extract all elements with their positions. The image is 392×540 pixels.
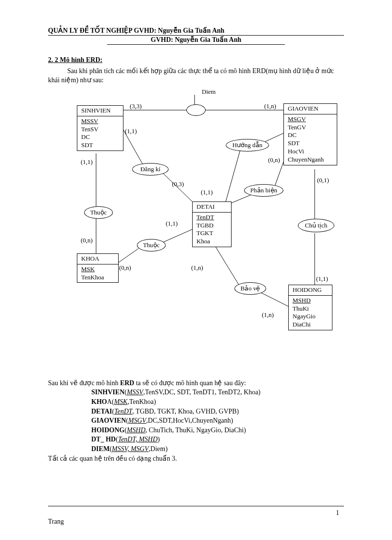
attr-tensv: TenSV bbox=[81, 126, 119, 134]
footer-trang: Trang bbox=[48, 518, 64, 526]
attr-thuki: ThuKi bbox=[293, 305, 328, 313]
footer-rule bbox=[48, 506, 344, 506]
rel-detai: DETAI(TenDT, TGBD, TGKT, Khoa, GVHD, GVP… bbox=[91, 407, 344, 416]
r5-name: HOIDONG bbox=[91, 427, 124, 434]
entity-detai-body: TenDT TGBD TGKT Khoa bbox=[193, 213, 231, 247]
attr-mssv: MSSV bbox=[81, 117, 119, 126]
attr-tendt: TenDT bbox=[196, 213, 227, 222]
attr-sdt: SDT bbox=[81, 141, 119, 150]
svg-line-8 bbox=[118, 249, 138, 263]
entity-giaovien-title: GIAOVIEN bbox=[284, 104, 337, 114]
attr-msgv: MSGV bbox=[288, 115, 333, 124]
r6-rest: ) bbox=[158, 436, 160, 443]
rel-phanbien: Phản biện bbox=[244, 184, 283, 197]
entity-detai: DETAI TenDT TGBD TGKT Khoa bbox=[192, 201, 232, 247]
erd-diagram: Diem SINHVIEN MSSV TenSV DC SDT GIAOVIEN… bbox=[48, 95, 346, 354]
entity-sinhvien-body: MSSV TenSV DC SDT bbox=[77, 116, 123, 151]
card-11-ho: (1,1) bbox=[316, 275, 328, 283]
attr-tgkt: TGKT bbox=[196, 229, 227, 238]
r2-a: A( bbox=[107, 398, 114, 405]
entity-sinhvien-title: SINHVIEN bbox=[77, 106, 123, 116]
rel-chutich: Chủ tịch bbox=[298, 219, 334, 232]
attr-tenkhoa: TenKhoa bbox=[81, 274, 114, 282]
rel-giaovien: GIAOVIEN(MSGV,DC,SDT,HocVi,ChuyenNganh) bbox=[91, 416, 344, 426]
r2-rest: ,TenKhoa) bbox=[127, 398, 156, 405]
erd-word: ERD bbox=[120, 379, 135, 387]
card-0n-khoa2: (0,n) bbox=[119, 264, 131, 272]
rel-diem: DIEM(MSSV, MSGV,Diem) bbox=[91, 444, 344, 454]
entity-khoa: KHOA MSK TenKhoa bbox=[77, 253, 119, 283]
r1-rest: ,TenSV,DC, SDT, TenDT1, TenDT2, Khoa) bbox=[143, 389, 260, 396]
r4-key: MSGV bbox=[128, 417, 146, 424]
r3-key: TenDT bbox=[114, 408, 133, 415]
attr-khoaattr: Khoa bbox=[196, 238, 227, 246]
page-number: 1 bbox=[336, 509, 339, 517]
entity-giaovien-body: MSGV TenGV DC SDT HocVi ChuyenNganh bbox=[284, 114, 337, 165]
attr-ngaygio: NgayGio bbox=[293, 313, 328, 321]
card-0n-gv: (0,n) bbox=[268, 156, 280, 164]
rel-diem bbox=[186, 104, 206, 116]
intro-paragraph: Sau khi phân tích các mối kết hợp giữa c… bbox=[48, 67, 344, 85]
r7-name: DIEM bbox=[91, 445, 110, 452]
entity-hoidong: HOIDONG MSHD ThuKi NgayGio DiaChi bbox=[288, 285, 332, 330]
card-0n-khoa: (0,n) bbox=[81, 237, 93, 244]
rel-thuoc-sv: Thuộc bbox=[84, 206, 113, 219]
r5-rest: , ChuTich, ThuKi, NgayGio, DiaChi) bbox=[146, 427, 246, 434]
attr-chuyennganh: ChuyenNganh bbox=[288, 156, 333, 164]
r6-name: DT_ HD bbox=[91, 436, 116, 443]
r3-rest: , TGBD, TGKT, Khoa, GVHD, GVPB) bbox=[133, 408, 239, 415]
card-11-svthuoc: (1,1) bbox=[81, 158, 93, 166]
attr-dc: DC bbox=[81, 133, 119, 141]
r2-name: KHO bbox=[91, 398, 107, 405]
card-1n-top: (1,n) bbox=[264, 102, 276, 110]
entity-detai-title: DETAI bbox=[193, 202, 231, 213]
card-11-hd: (1,1) bbox=[201, 188, 213, 196]
attr-sdt2: SDT bbox=[288, 139, 333, 148]
attr-msk: MSK bbox=[81, 265, 114, 274]
card-1n-bv: (1,n) bbox=[191, 264, 203, 272]
svg-line-16 bbox=[259, 292, 288, 306]
svg-line-7 bbox=[159, 229, 192, 244]
r3-name: DETAI bbox=[91, 408, 112, 415]
r1-name: SINHVIEN bbox=[91, 389, 124, 396]
attr-tengv: TenGV bbox=[288, 124, 333, 132]
card-33: (3,3) bbox=[130, 102, 142, 110]
entity-giaovien: GIAOVIEN MSGV TenGV DC SDT HocVi ChuyenN… bbox=[283, 103, 337, 165]
rel-huongdan: Hướng dẫn bbox=[226, 139, 269, 151]
rel-dangki: Đăng kí bbox=[132, 163, 169, 176]
entity-hoidong-body: MSHD ThuKi NgayGio DiaChi bbox=[289, 296, 332, 330]
attr-tgbd: TGBD bbox=[196, 222, 227, 230]
attr-hocvi: HocVi bbox=[288, 148, 333, 156]
card-11-sv: (1,1) bbox=[125, 127, 137, 135]
r7-key: MSSV, MSGV bbox=[112, 445, 149, 452]
rel-hoidong: HOIDONG(MSHD, ChuTich, ThuKi, NgayGio, D… bbox=[91, 426, 344, 435]
attr-dc2: DC bbox=[288, 131, 333, 139]
entity-khoa-title: KHOA bbox=[77, 254, 118, 264]
card-01: (0,1) bbox=[317, 176, 329, 184]
rel-sinhvien: SINHVIEN(MSSV,TenSV,DC, SDT, TenDT1, Ten… bbox=[91, 388, 344, 397]
r5-key: MSHD bbox=[127, 427, 146, 434]
svg-line-9 bbox=[226, 150, 240, 201]
rel-baove: Bảo vệ bbox=[234, 282, 266, 295]
card-1n-bv2: (1,n) bbox=[262, 311, 274, 319]
card-11-dt: (1,1) bbox=[166, 220, 178, 227]
attr-diachi: DiaChi bbox=[293, 321, 328, 329]
closing-line: Tất cả các quan hệ trên đều có dạng chuẩ… bbox=[48, 454, 344, 464]
relational-schema: Sau khi vẽ được mô hình ERD ta sẽ có đượ… bbox=[48, 378, 344, 463]
r1-key: MSSV bbox=[127, 389, 143, 396]
entity-sinhvien: SINHVIEN MSSV TenSV DC SDT bbox=[77, 105, 123, 151]
lead-text: Sau khi vẽ được mô hình bbox=[48, 379, 120, 387]
header-subtitle: GVHD: Nguyễn Gia Tuấn Anh bbox=[107, 36, 285, 45]
lead2-text: ta sẽ có được mô hình quan hệ sau đây: bbox=[134, 379, 246, 387]
entity-hoidong-title: HOIDONG bbox=[289, 285, 332, 296]
section-title: 2. 2 Mô hình ERD: bbox=[48, 56, 344, 64]
card-03: (0,3) bbox=[172, 180, 184, 188]
rel-dthd: DT_ HD(TenDT, MSHD) bbox=[91, 435, 344, 444]
rel-khoa: KHOA(MSK,TenKhoa) bbox=[91, 397, 344, 407]
page: QUẢN LY ĐỀ TỐT NGHIỆP GVHD: Nguyễn Gia T… bbox=[0, 0, 392, 540]
r7-rest: ,Diem) bbox=[149, 445, 168, 452]
r4-name: GIAOVIEN bbox=[91, 417, 126, 424]
header-title: QUẢN LY ĐỀ TỐT NGHIỆP GVHD: Nguyễn Gia T… bbox=[48, 26, 344, 36]
attr-diem-label: Diem bbox=[202, 88, 216, 96]
r2-key: MSK bbox=[114, 398, 127, 405]
